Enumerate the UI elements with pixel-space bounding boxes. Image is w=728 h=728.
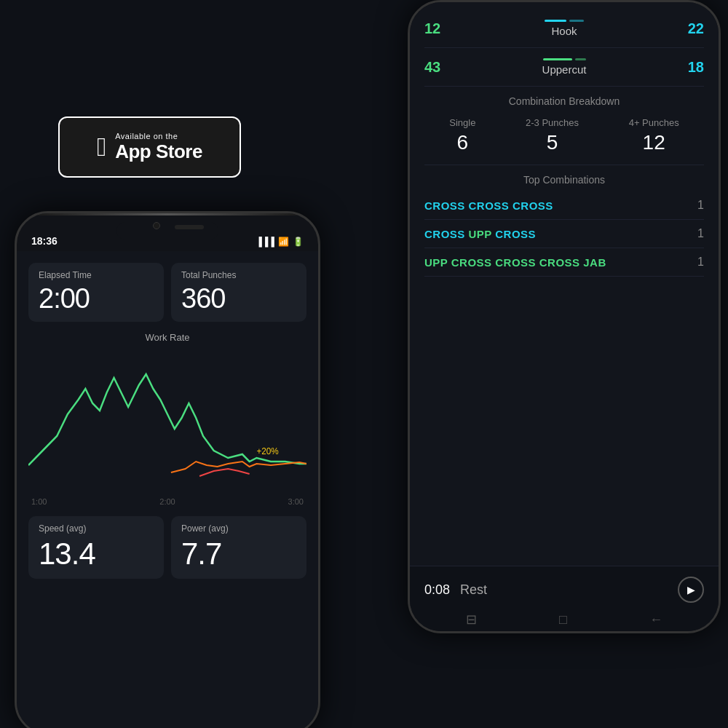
- chart-label-1: 1:00: [31, 497, 47, 506]
- combo-breakdown-title: Combination Breakdown: [424, 87, 704, 113]
- single-combo: Single 6: [449, 117, 475, 154]
- right-phone: 12 Hook 22 43 Uppercut 18 Combin: [408, 0, 721, 633]
- work-rate-section: Work Rate: [28, 332, 306, 506]
- bottom-stats-row: Speed (avg) 13.4 Power (avg) 7.7: [28, 516, 306, 579]
- chart-label-3: 3:00: [288, 497, 304, 506]
- wifi-icon: 📶: [278, 237, 289, 247]
- work-rate-title: Work Rate: [28, 332, 306, 343]
- hook-name: Hook: [454, 25, 675, 37]
- four-plus-value: 12: [629, 131, 679, 154]
- single-value: 6: [449, 131, 475, 154]
- battery-icon: 🔋: [293, 237, 304, 247]
- left-phone: 18:36 ▐▐▐ 📶 🔋 Elapsed Time 2:00 Total Pu…: [15, 211, 320, 728]
- two-three-combo: 2-3 Punches 5: [526, 117, 579, 154]
- top-combo-1: CROSS CROSS CROSS 1: [424, 191, 704, 220]
- uppercut-center: Uppercut: [454, 58, 675, 76]
- combo-3-count: 1: [697, 256, 704, 269]
- speed-value: 13.4: [39, 537, 154, 571]
- hook-right-count: 22: [675, 20, 704, 37]
- two-three-value: 5: [526, 131, 579, 154]
- top-combo-2: CROSS UPP CROSS 1: [424, 220, 704, 248]
- apple-logo-icon: : [97, 134, 106, 160]
- total-punches-card: Total Punches 360: [171, 263, 306, 322]
- app-store-text: Available on the App Store: [115, 132, 202, 163]
- punch-row-uppercut: 43 Uppercut 18: [424, 48, 704, 87]
- phone-bottom-bar: 0:08 Rest ▶ ⊟ □ ←: [410, 566, 719, 631]
- combo-2-count: 1: [697, 227, 704, 240]
- svg-text:+20%: +20%: [256, 446, 279, 456]
- chart-labels: 1:00 2:00 3:00: [28, 494, 306, 506]
- combo-2-text: CROSS UPP CROSS: [424, 228, 536, 240]
- total-punches-label: Total Punches: [181, 270, 296, 280]
- combo-1-text: CROSS CROSS CROSS: [424, 199, 553, 212]
- speed-label: Speed (avg): [39, 523, 154, 534]
- total-punches-value: 360: [181, 283, 296, 314]
- phone-right-content: 12 Hook 22 43 Uppercut 18 Combin: [410, 2, 719, 631]
- home-icon[interactable]: □: [559, 612, 567, 628]
- status-time: 18:36: [31, 235, 58, 247]
- timer-time: 0:08: [424, 582, 450, 598]
- uppercut-left-count: 43: [424, 59, 454, 76]
- uppercut-name: Uppercut: [454, 63, 675, 76]
- four-plus-label: 4+ Punches: [629, 117, 679, 128]
- power-card: Power (avg) 7.7: [171, 516, 306, 579]
- power-value: 7.7: [181, 537, 296, 571]
- uppercut-bar: [454, 58, 675, 60]
- stats-row: Elapsed Time 2:00 Total Punches 360: [28, 263, 306, 322]
- play-button[interactable]: ▶: [678, 577, 704, 603]
- nav-bar: ⊟ □ ←: [410, 609, 719, 630]
- phone-speaker: [175, 225, 204, 229]
- top-combos-title: Top Combinations: [424, 165, 704, 191]
- chart-label-2: 2:00: [159, 497, 175, 506]
- elapsed-time-value: 2:00: [39, 283, 154, 314]
- app-store-name: App Store: [115, 141, 202, 163]
- back-icon[interactable]: ←: [649, 612, 662, 628]
- work-rate-chart: +20%: [28, 349, 306, 494]
- elapsed-time-label: Elapsed Time: [39, 270, 154, 280]
- app-store-badge[interactable]:  Available on the App Store: [58, 116, 241, 178]
- app-store-available: Available on the: [115, 132, 202, 141]
- power-label: Power (avg): [181, 523, 296, 534]
- phone-camera: [153, 222, 160, 229]
- speed-card: Speed (avg) 13.4: [28, 516, 164, 579]
- recent-apps-icon[interactable]: ⊟: [466, 612, 477, 628]
- signal-icon: ▐▐▐: [256, 237, 274, 247]
- combo-breakdown-row: Single 6 2-3 Punches 5 4+ Punches 12: [424, 113, 704, 165]
- combo-1-count: 1: [697, 199, 704, 212]
- timer-bar: 0:08 Rest ▶: [410, 566, 719, 609]
- two-three-label: 2-3 Punches: [526, 117, 579, 128]
- single-label: Single: [449, 117, 475, 128]
- four-plus-combo: 4+ Punches 12: [629, 117, 679, 154]
- uppercut-right-count: 18: [675, 59, 704, 76]
- top-combo-3: UPP CROSS CROSS CROSS JAB 1: [424, 248, 704, 277]
- status-icons: ▐▐▐ 📶 🔋: [256, 237, 304, 247]
- timer-label: Rest: [460, 582, 668, 598]
- hook-left-count: 12: [424, 20, 454, 37]
- phone-left-content: Elapsed Time 2:00 Total Punches 360 Work…: [17, 251, 318, 728]
- phone-notch: [116, 222, 218, 240]
- hook-bar: [454, 20, 675, 22]
- combo-3-text: UPP CROSS CROSS CROSS JAB: [424, 256, 606, 269]
- punch-row-hook: 12 Hook 22: [424, 9, 704, 48]
- elapsed-time-card: Elapsed Time 2:00: [28, 263, 164, 322]
- hook-center: Hook: [454, 20, 675, 37]
